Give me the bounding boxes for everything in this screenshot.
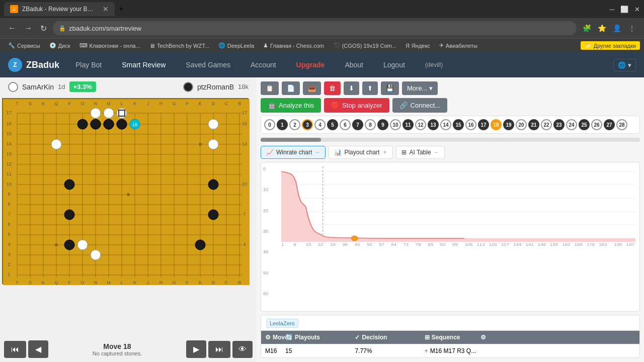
next-move-btn[interactable]: ▶ (186, 340, 206, 358)
svg-text:120: 120 (489, 242, 497, 247)
move-badge-1[interactable]: 1 (277, 119, 288, 130)
maximize-btn[interactable]: ⬜ (620, 6, 628, 13)
go-board[interactable]: T S K Q F O N M L K J H G (2, 98, 249, 284)
move-badge-28[interactable]: 28 (616, 119, 627, 130)
playout-tab-add[interactable]: + (382, 149, 387, 156)
move-badge-6[interactable]: 6 (340, 119, 351, 130)
extensions-btn[interactable]: 🧩 (581, 22, 593, 34)
move-badge-27[interactable]: 27 (604, 119, 615, 130)
col-header-playouts[interactable]: 🔄 Playouts (281, 334, 351, 341)
star-btn[interactable]: ⭐ (596, 22, 608, 34)
tab-winrate[interactable]: 📈 Winrate chart − (261, 146, 326, 159)
tab-ai-table[interactable]: ⊞ AI Table − (396, 146, 444, 159)
bookmark-klavogonki[interactable]: ⌨ Клавогонки - онла... (75, 41, 144, 50)
nav-upgrade[interactable]: Upgrade (292, 59, 329, 71)
move-badge-13[interactable]: 13 (428, 119, 439, 130)
move-badge-7[interactable]: 7 (352, 119, 363, 130)
back-button[interactable]: ← (6, 22, 18, 35)
more-btn[interactable]: More... ▾ (402, 81, 438, 95)
browser-tab[interactable]: Z ZBaduk - Review your Baduk ga... ✕ (4, 2, 115, 16)
forward-button[interactable]: → (22, 22, 34, 35)
move-badge-22[interactable]: 22 (541, 119, 552, 130)
refresh-button[interactable]: ↻ (38, 22, 49, 35)
move-badge-15[interactable]: 15 (453, 119, 464, 130)
language-btn[interactable]: 🌐 ▾ (613, 59, 636, 71)
ai-table-tab-close[interactable]: − (434, 149, 439, 156)
view-btn[interactable]: 📄 (282, 81, 300, 95)
col-header-move[interactable]: ⚙ Move (261, 334, 281, 341)
move-badge-17[interactable]: 17 (478, 119, 489, 130)
stop-btn[interactable]: 🛑 Stop analyzer (324, 98, 389, 113)
bookmark-disk[interactable]: 💿 Диск (45, 41, 74, 50)
winrate-tab-close[interactable]: − (314, 149, 320, 156)
bookmark-yandex[interactable]: Я Яндекс (401, 42, 434, 50)
svg-text:4: 4 (243, 242, 246, 247)
expand-icon[interactable]: + (425, 347, 428, 354)
download-btn[interactable]: ⬇ (344, 81, 359, 95)
bookmarks-bar: 🔧 Сервисы 💿 Диск ⌨ Клавогонки - онла... … (0, 38, 644, 52)
bookmark-deepleela[interactable]: 🌐 DeepLeela (214, 41, 258, 50)
prev-move-btn[interactable]: ◀ (28, 340, 48, 358)
bookmark-chess[interactable]: ♟ Главная - Chess.com (259, 41, 328, 50)
move-badge-0[interactable]: 0 (264, 119, 275, 130)
nav-saved-games[interactable]: Saved Games (182, 59, 234, 71)
bookmark-services[interactable]: 🔧 Сервисы (4, 41, 44, 50)
move-badge-2[interactable]: 2 (289, 119, 300, 130)
bookmark-cgos[interactable]: ⚫ (CGOS) 19x19 Com... (329, 41, 400, 50)
move-badge-12[interactable]: 12 (415, 119, 426, 130)
first-move-btn[interactable]: ⏮ (4, 341, 26, 358)
nav-smart-review[interactable]: Smart Review (118, 59, 170, 71)
nav-account[interactable]: Account (247, 59, 280, 71)
connect-btn[interactable]: 🔗 Connect... (392, 98, 447, 113)
move-badge-11[interactable]: 11 (403, 119, 414, 130)
close-btn[interactable]: ✕ (634, 6, 640, 13)
move-badge-5[interactable]: 5 (327, 119, 338, 130)
bookmark-techbench[interactable]: 🖥 TechBench by WZT... (145, 42, 213, 50)
bookmark-flights[interactable]: ✈ Авиабилеты (435, 41, 481, 50)
delete-btn[interactable]: 🗑 (324, 81, 341, 95)
minimize-btn[interactable]: ─ (610, 6, 614, 13)
move-badge-20[interactable]: 20 (516, 119, 527, 130)
move-badge-4[interactable]: 4 (314, 119, 326, 130)
nav-play-bot[interactable]: Play Bot (71, 59, 106, 71)
move-badge-16[interactable]: 16 (465, 119, 476, 130)
col-header-decision[interactable]: ✓ Decision (351, 334, 420, 341)
bookmark-other[interactable]: 📁 Другие закладки (581, 41, 640, 50)
col-header-sequence[interactable]: ⊞ Sequence ⚙ (421, 334, 490, 341)
tab-close-btn[interactable]: ✕ (103, 5, 109, 13)
move-badge-26[interactable]: 26 (591, 119, 602, 130)
move-badge-3[interactable]: 3 (302, 119, 313, 130)
sequence-settings-icon[interactable]: ⚙ (480, 334, 486, 341)
move-badge-24[interactable]: 24 (566, 119, 577, 130)
last-move-btn[interactable]: ⏭ (208, 341, 230, 358)
tab-playout[interactable]: 📊 Playout chart + (329, 146, 393, 159)
nav-about[interactable]: About (341, 59, 367, 71)
menu-btn[interactable]: ⋮ (626, 22, 638, 34)
new-tab-btn[interactable]: + (119, 5, 123, 14)
sequence-scrollbar[interactable] (261, 138, 640, 142)
eye-button[interactable]: 👁 (232, 341, 253, 358)
board-container[interactable]: T S K Q F O N M L K J H G (0, 96, 257, 336)
copy-sgf-btn[interactable]: 📋 (261, 81, 279, 95)
move-badge-9[interactable]: 9 (377, 119, 388, 130)
move-badge-25[interactable]: 25 (579, 119, 590, 130)
save-btn[interactable]: 💾 (381, 81, 399, 95)
move-badge-14[interactable]: 14 (440, 119, 451, 130)
move-badge-23[interactable]: 23 (553, 119, 565, 130)
move-badge-21[interactable]: 21 (528, 119, 539, 130)
nav-logout[interactable]: Logout (379, 59, 409, 71)
profile-btn[interactable]: 👤 (611, 22, 623, 34)
move-badge-18[interactable]: 18 (491, 119, 502, 130)
logo-icon: Z (8, 58, 22, 72)
upload-btn[interactable]: ⬆ (362, 81, 378, 95)
address-bar[interactable]: 🔒 zbaduk.com/smartreview (53, 21, 577, 35)
move-badge-19[interactable]: 19 (503, 119, 514, 130)
move-badge-10[interactable]: 10 (390, 119, 401, 130)
share-btn[interactable]: 📤 (303, 81, 321, 95)
analyze-btn[interactable]: 🤖 Analyze this (261, 98, 321, 113)
ai-table-row-0[interactable]: M16 15 7.77% + M16 M17 R3 Q... (261, 344, 639, 357)
move-badge-8[interactable]: 8 (365, 119, 376, 130)
scrollbar-thumb[interactable] (261, 138, 321, 142)
browser-titlebar: Z ZBaduk - Review your Baduk ga... ✕ + ─… (0, 0, 644, 18)
svg-text:64: 64 (391, 242, 396, 247)
